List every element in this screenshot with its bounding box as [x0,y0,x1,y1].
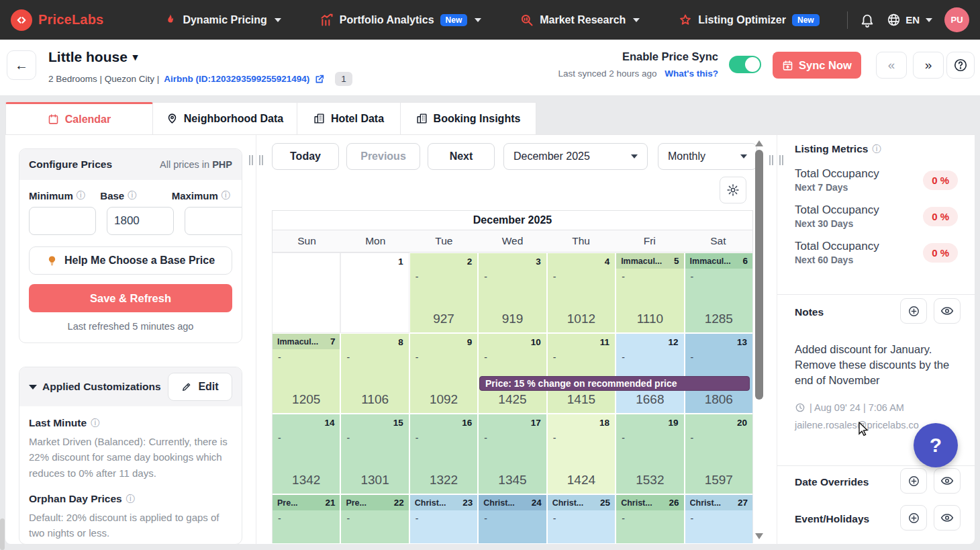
airbnb-id-link[interactable]: Airbnb (ID:1203293599255921494) [164,74,309,84]
calendar-day-12[interactable]: 12-1668 [616,334,683,413]
applied-customizations-toggle[interactable]: Applied Customizations [29,381,161,393]
calendar-day-1[interactable]: 1 [341,253,408,332]
calendar-day-23[interactable]: Christ...23- [410,495,477,543]
calendar-day-15[interactable]: 15-1301 [341,414,408,494]
support-help-button[interactable]: ? [914,423,958,467]
nav-item-market-research[interactable]: Market Research [520,13,640,27]
tab-booking-insights[interactable]: Booking Insights [401,102,536,134]
date-overrides-title: Date Overrides [795,476,869,488]
nav-item-portfolio-analytics[interactable]: Portfolio Analytics New [320,13,481,27]
back-button[interactable]: ← [7,50,36,80]
calendar-day-7[interactable]: Immacul...7-1205 [273,334,340,413]
panel-resize-handle-right[interactable] [769,155,783,165]
calendar-day-9[interactable]: 9-1092 [410,334,477,413]
price-sync-toggle[interactable] [729,56,761,73]
day-number: 8 [398,337,403,347]
calendar-day-20[interactable]: 20-1597 [685,414,752,494]
calendar-day-8[interactable]: 8-1106 [341,334,408,413]
calendar-day-27[interactable]: Christ...27- [685,495,752,543]
calendar-day-10[interactable]: 10-1425 [479,334,546,413]
min-stay-dash: - [415,513,419,524]
save-refresh-button[interactable]: Save & Refresh [29,284,232,312]
collapse-left-button[interactable]: « [876,52,907,79]
language-selector[interactable]: EN [887,13,932,27]
sync-now-button[interactable]: Sync Now [773,52,861,79]
tab-neighborhood-data[interactable]: Neighborhood Data [153,102,297,134]
calendar-day-2[interactable]: 2-927 [410,253,477,332]
chevron-down-icon [740,154,747,158]
calendar-day-11[interactable]: 11-1415 [548,334,615,413]
calendar-day-19[interactable]: 19-1532 [616,414,683,494]
eye-icon [940,474,954,488]
day-price: 1012 [548,312,615,326]
calendar-day-22[interactable]: Pre...22- [341,495,408,543]
bell-icon[interactable] [860,13,875,28]
scroll-down-arrow[interactable] [755,533,763,539]
nav-item-dynamic-pricing[interactable]: Dynamic Pricing [164,13,281,26]
calendar-day-24[interactable]: Christ...24- [479,495,546,543]
calendar-day-17[interactable]: 17-1345 [479,414,546,494]
info-icon[interactable]: ⓘ [222,189,231,201]
month-select[interactable]: December 2025 [503,143,648,170]
panel-resize-handle-left[interactable] [249,155,263,165]
listing-count-badge[interactable]: 1 [335,72,352,86]
calendar-day-25[interactable]: Christ...25- [548,495,615,543]
day-number: 27 [738,498,748,508]
listing-title[interactable]: Little house ▾ [48,49,138,65]
calendar-day-18[interactable]: 18-1424 [548,414,615,494]
min-stay-dash: - [691,432,694,443]
info-icon[interactable]: ⓘ [77,189,86,201]
view-notes-button[interactable] [934,298,961,324]
today-button[interactable]: Today [272,143,339,170]
calendar-settings-button[interactable] [720,177,746,203]
add-event-button[interactable] [900,505,927,531]
day-price: 927 [410,312,477,326]
scrollbar-thumb[interactable] [755,150,763,400]
tab-hotel-data[interactable]: Hotel Data [297,102,401,134]
weekday-label: Tue [409,230,478,252]
view-date-overrides-button[interactable] [934,468,961,494]
calendar-day-16[interactable]: 16-1322 [410,414,477,494]
add-date-override-button[interactable] [900,468,927,494]
calendar-day-14[interactable]: 14-1342 [273,414,340,494]
maximum-price-input[interactable] [185,207,242,235]
minimum-price-input[interactable] [29,207,96,235]
calendar-day-4[interactable]: 4-1012 [548,253,615,332]
next-button[interactable]: Next [428,143,495,170]
info-icon[interactable]: ⓘ [128,189,137,201]
external-link-icon[interactable] [314,74,325,85]
calendar-day-6[interactable]: Immacul...6-1285 [685,253,752,332]
add-note-button[interactable] [900,298,927,324]
event-band: Christ...27 [685,495,752,510]
base-price-input[interactable] [107,207,174,235]
previous-button[interactable]: Previous [346,143,420,170]
page-scrollbar[interactable] [0,518,5,550]
min-stay-dash: - [415,352,419,363]
tab-calendar[interactable]: Calendar [5,102,153,134]
info-icon[interactable]: ⓘ [126,493,136,505]
help-icon[interactable] [946,52,975,79]
scroll-up-arrow[interactable] [755,140,763,146]
new-badge: New [440,14,468,26]
pricelabs-logo[interactable]: PriceLabs [11,9,103,31]
avatar[interactable]: PU [944,7,969,32]
calendar-day-26[interactable]: Christ...26- [616,495,683,543]
event-label: Immacul... [690,257,731,266]
calendar-day-5[interactable]: Immacul...5-1110 [616,253,683,332]
info-icon[interactable]: ⓘ [91,417,100,429]
calendar-scrollbar[interactable] [754,139,765,541]
calendar-day-21[interactable]: Pre...21- [273,495,340,543]
weekday-label: Thu [547,230,616,252]
calendar-day-3[interactable]: 3-919 [479,253,546,332]
nav-item-listing-optimizer[interactable]: Listing Optimizer New [679,13,819,27]
calendar-day-13[interactable]: 13-1806 [685,334,752,413]
view-mode-select[interactable]: Monthly [658,143,757,170]
whats-this-link[interactable]: What's this? [665,68,718,79]
edit-customizations-button[interactable]: Edit [168,373,232,401]
view-events-button[interactable] [934,505,961,531]
expand-right-button[interactable]: » [913,52,944,79]
event-label: Christ... [690,498,722,508]
info-icon[interactable]: ⓘ [872,143,881,155]
top-navbar: PriceLabs Dynamic Pricing Portfolio Anal… [0,0,980,40]
choose-base-price-button[interactable]: Help Me Choose a Base Price [29,246,232,275]
